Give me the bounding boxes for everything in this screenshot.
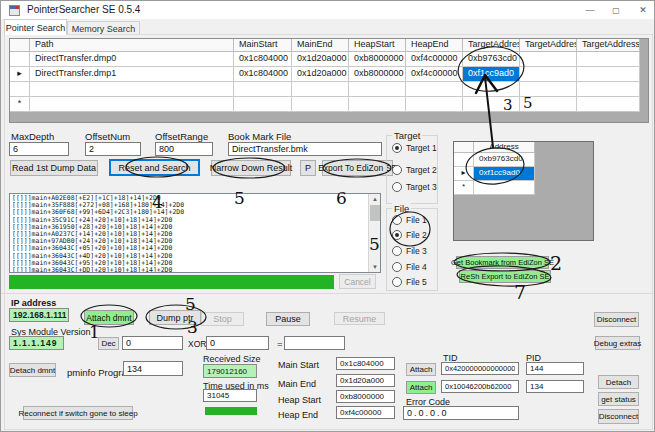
- dec-button[interactable]: Dec: [98, 337, 119, 350]
- cell-heapstart[interactable]: 0xb8000000: [349, 67, 406, 82]
- disconnect-bottom-button[interactable]: Disconnect: [598, 409, 639, 424]
- close-icon[interactable]: ✕: [631, 1, 655, 19]
- radio-file-1[interactable]: File 1: [392, 215, 427, 225]
- bookmark-file-input[interactable]: [228, 142, 382, 156]
- pid-input-1[interactable]: [526, 362, 584, 375]
- cell-heapstart[interactable]: 0xb8000000: [349, 52, 406, 67]
- heap-start-input[interactable]: [336, 390, 395, 403]
- col-path[interactable]: Path: [30, 39, 234, 52]
- new-row-marker[interactable]: *: [10, 97, 30, 112]
- scrollbar-thumb[interactable]: [370, 205, 380, 221]
- heap-end-input[interactable]: [336, 406, 395, 419]
- reconnect-button[interactable]: Reconnect if switch gone to sleep: [23, 406, 133, 420]
- ip-address-field[interactable]: 192.168.1.111: [9, 308, 69, 322]
- cell-mainend[interactable]: 0x1d20a000: [292, 67, 349, 82]
- cell-mainend[interactable]: 0x1d20a000: [292, 52, 349, 67]
- cell[interactable]: [30, 97, 234, 112]
- cell-heapend[interactable]: 0xf4c00000: [406, 52, 463, 67]
- cell-heapend[interactable]: 0xf4c00000: [406, 67, 463, 82]
- maxdepth-input[interactable]: [9, 142, 69, 156]
- time-used-input[interactable]: [203, 389, 257, 402]
- reset-search-button[interactable]: Reset and Search: [109, 159, 200, 176]
- cell-targetaddress1[interactable]: 0xb9763cd0: [463, 52, 520, 67]
- cell-mainstart[interactable]: 0x1c804000: [234, 67, 292, 82]
- pid-input-2[interactable]: [526, 380, 584, 393]
- cell[interactable]: [474, 181, 535, 195]
- col-targetaddress1[interactable]: TargetAddress1: [463, 39, 520, 52]
- scroll-down-icon[interactable]: ▼: [369, 262, 381, 272]
- list-item[interactable]: [[]]]main+36043C[+DD]+20]+10]+18]+14]+2D…: [12, 267, 378, 273]
- narrow-down-button[interactable]: Narrow Down Result: [211, 160, 291, 176]
- tab-memory-search[interactable]: Memory Search: [67, 21, 140, 35]
- export-edizon-button[interactable]: Export To EdiZon SE: [322, 160, 393, 176]
- p-button[interactable]: P: [300, 160, 316, 176]
- xor-result-field[interactable]: [284, 336, 345, 350]
- cell[interactable]: [577, 82, 640, 97]
- radio-file-2[interactable]: File 2: [392, 230, 427, 240]
- new-row-marker[interactable]: *: [454, 181, 474, 195]
- offsetrange-input[interactable]: [155, 142, 213, 156]
- col-heapend[interactable]: HeapEnd: [406, 39, 463, 52]
- xor-input-2[interactable]: [206, 336, 269, 350]
- cancel-button[interactable]: Cancel: [339, 274, 376, 289]
- cell-targetaddress3[interactable]: [577, 52, 640, 67]
- cell-targetaddress2[interactable]: [520, 52, 577, 67]
- cell[interactable]: [292, 82, 349, 97]
- cell-targetaddress1-selected[interactable]: 0xf1cc9ad0: [463, 67, 520, 82]
- row-marker[interactable]: [10, 82, 30, 97]
- detach-button[interactable]: Detach: [598, 375, 639, 389]
- cell[interactable]: [406, 82, 463, 97]
- main-start-input[interactable]: [336, 357, 395, 370]
- grid-corner[interactable]: [10, 39, 30, 52]
- cell-address[interactable]: 0xb9763cd0: [474, 153, 535, 167]
- col-heapstart[interactable]: HeapStart: [349, 39, 406, 52]
- detach-dmnt-button[interactable]: Detach dmnt: [9, 363, 56, 377]
- cell-address-selected[interactable]: 0xf1cc9ad0: [474, 167, 535, 181]
- cell-mainstart[interactable]: 0x1c804000: [234, 52, 292, 67]
- row-marker[interactable]: ▸: [10, 67, 30, 82]
- tid-input-1[interactable]: [441, 362, 519, 375]
- sys-module-version-field[interactable]: 1.1.1.149: [9, 336, 64, 350]
- radio-file-3[interactable]: File 3: [392, 246, 427, 256]
- tab-pointer-search[interactable]: Pointer Search: [4, 19, 67, 35]
- col-mainend[interactable]: MainEnd: [292, 39, 349, 52]
- pminfo-program-id-input[interactable]: [123, 361, 183, 376]
- row-marker[interactable]: ▸: [454, 167, 474, 181]
- maximize-icon[interactable]: ▢: [604, 1, 628, 19]
- cell-targetaddress3[interactable]: [577, 67, 640, 82]
- radio-file-4[interactable]: File 4: [392, 262, 427, 272]
- cell[interactable]: [577, 97, 640, 112]
- row-marker[interactable]: [454, 153, 474, 167]
- xor-input-1[interactable]: [122, 336, 183, 350]
- main-end-input[interactable]: [336, 374, 395, 387]
- col-targetaddress2[interactable]: TargetAddress2: [520, 39, 577, 52]
- read-dump-button[interactable]: Read 1st Dump Data: [10, 160, 98, 176]
- get-bookmark-edizon-button[interactable]: Get Bookmark from EdiZon SE: [456, 256, 549, 269]
- row-marker[interactable]: [10, 52, 30, 67]
- resh-export-edizon-button[interactable]: ReSh Export to EdiZon SE: [459, 270, 551, 283]
- stop-button[interactable]: Stop: [201, 312, 244, 326]
- tid-input-2[interactable]: [441, 380, 519, 393]
- debug-extras-button[interactable]: Debug extras: [595, 336, 640, 350]
- cell[interactable]: [234, 97, 292, 112]
- attach-tid-button-2[interactable]: Attach: [406, 381, 436, 394]
- resume-button[interactable]: Resume: [334, 312, 385, 325]
- col-targetaddress3[interactable]: TargetAddress3: [577, 39, 640, 52]
- cell[interactable]: [292, 97, 349, 112]
- col-address[interactable]: Address: [474, 142, 535, 153]
- cell[interactable]: [349, 82, 406, 97]
- error-code-input[interactable]: [403, 406, 519, 420]
- minimize-icon[interactable]: —: [578, 1, 602, 19]
- cell-path[interactable]: DirectTransfer.dmp0: [30, 52, 234, 67]
- attach-tid-button-1[interactable]: Attach: [406, 363, 436, 376]
- get-status-button[interactable]: get status: [598, 392, 639, 406]
- offsetnum-input[interactable]: [85, 142, 141, 156]
- cell[interactable]: [234, 82, 292, 97]
- disconnect-button[interactable]: Disconnect: [594, 312, 639, 327]
- grid-corner[interactable]: [454, 142, 474, 153]
- radio-target-2[interactable]: Target 2: [392, 165, 437, 175]
- scroll-up-icon[interactable]: ▲: [369, 194, 381, 204]
- cell-path[interactable]: DirectTransfer.dmp1: [30, 67, 234, 82]
- list-scrollbar[interactable]: ▲ ▼: [368, 194, 380, 272]
- pause-button[interactable]: Pause: [266, 312, 310, 326]
